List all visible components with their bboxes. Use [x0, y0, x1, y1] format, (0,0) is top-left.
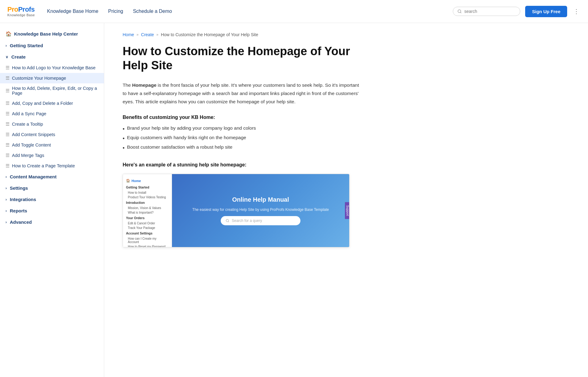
home-icon: 🏠: [6, 31, 12, 37]
article-intro: The Homepage is the front fascia of your…: [123, 81, 362, 106]
bullet-icon: •: [123, 144, 124, 152]
breadcrumb-sep-2: »: [156, 32, 158, 37]
preview-section-4: Account Settings: [123, 230, 172, 236]
header: ProProfs Knowledge Base Knowledge Base H…: [0, 0, 588, 23]
header-right: Sign Up Free ⋮: [453, 6, 581, 17]
preview-sidebar: 🏠 Home Getting Started How to Install Pr…: [123, 174, 172, 247]
benefit-item-2: • Equip customers with handy links right…: [123, 134, 362, 143]
chevron-right-icon: ›: [6, 175, 7, 179]
benefits-list: • Brand your help site by adding your co…: [123, 124, 362, 153]
sidebar-item-create-page-template[interactable]: ☰ How to Create a Page Template: [0, 161, 104, 171]
article-title: How to Customize the Homepage of Your He…: [123, 44, 362, 72]
preview-sub-5: Edit & Cancel Order: [123, 221, 172, 226]
sidebar-item-content-management[interactable]: › Content Management: [0, 171, 104, 182]
sidebar-item-getting-started[interactable]: › Getting Started: [0, 40, 104, 51]
preview-home-icon: 🏠: [126, 179, 130, 183]
page-icon: ☰: [6, 153, 10, 158]
header-left: ProProfs Knowledge Base Knowledge Base H…: [7, 6, 172, 17]
preview-section-3: Your Orders: [123, 215, 172, 221]
chevron-right-icon: ›: [6, 197, 7, 202]
nav-demo[interactable]: Schedule a Demo: [133, 9, 172, 14]
breadcrumb: Home » Create » How to Customize the Hom…: [123, 32, 362, 37]
preview-main-subtitle: The easiest way for creating Help Site b…: [192, 208, 329, 212]
example-heading: Here's an example of a stunning help sit…: [123, 162, 362, 168]
page-icon: ☰: [6, 101, 10, 106]
preview-home: 🏠 Home: [123, 177, 172, 184]
sidebar-item-add-delete-expire[interactable]: ☰ How to Add, Delete, Expire, Edit, or C…: [0, 83, 104, 98]
sidebar-item-create[interactable]: ∨ Create: [0, 51, 104, 63]
page-icon: ☰: [6, 142, 10, 148]
breadcrumb-current: How to Customize the Homepage of Your He…: [161, 32, 258, 37]
page-icon: ☰: [6, 121, 10, 127]
signup-button[interactable]: Sign Up Free: [525, 6, 567, 17]
preview-section-2: Introduction: [123, 200, 172, 206]
preview-search-bar: Search for a query: [221, 216, 300, 225]
svg-line-1: [460, 12, 461, 13]
breadcrumb-create[interactable]: Create: [141, 32, 154, 37]
preview-main-title: Online Help Manual: [232, 196, 289, 203]
sidebar-item-reports[interactable]: › Reports: [0, 205, 104, 216]
preview-sub-1: How to Install: [123, 190, 172, 195]
homepage-bold: Homepage: [132, 82, 156, 88]
sidebar-item-add-content-snippets[interactable]: ☰ Add Content Snippets: [0, 129, 104, 140]
page-icon: ☰: [6, 163, 10, 169]
page-icon: ☰: [6, 75, 10, 81]
preview-sub-2: Product Tour Videos Testing: [123, 195, 172, 200]
chevron-right-icon: ›: [6, 186, 7, 190]
chevron-right-icon: ›: [6, 220, 7, 224]
svg-line-3: [228, 221, 229, 222]
more-options-icon[interactable]: ⋮: [572, 6, 581, 16]
screenshot-preview: 🏠 Home Getting Started How to Install Pr…: [123, 174, 349, 247]
main-nav: Knowledge Base Home Pricing Schedule a D…: [47, 9, 172, 14]
breadcrumb-home[interactable]: Home: [123, 32, 134, 37]
chevron-right-icon: ›: [6, 209, 7, 213]
sidebar-item-integrations[interactable]: › Integrations: [0, 194, 104, 205]
search-box[interactable]: [453, 7, 520, 16]
sidebar-item-customize-homepage[interactable]: ☰ Customize Your Homepage: [0, 73, 104, 83]
preview-main: Online Help Manual The easiest way for c…: [172, 174, 349, 247]
preview-sub-8: How to Reset my Password: [123, 244, 172, 247]
page-icon: ☰: [6, 65, 10, 70]
page-icon: ☰: [6, 88, 10, 93]
search-input[interactable]: [464, 9, 516, 14]
sidebar: 🏠 Knowledge Base Help Center › Getting S…: [0, 23, 104, 377]
preview-sub-3: Mission, Vision & Values: [123, 206, 172, 210]
benefit-item-1: • Brand your help site by adding your co…: [123, 124, 362, 134]
layout: 🏠 Knowledge Base Help Center › Getting S…: [0, 23, 588, 377]
sidebar-item-add-logo[interactable]: ☰ How to Add Logo to Your Knowledge Base: [0, 63, 104, 73]
nav-pricing[interactable]: Pricing: [108, 9, 123, 14]
logo[interactable]: ProProfs Knowledge Base: [7, 6, 35, 17]
sidebar-item-advanced[interactable]: › Advanced: [0, 216, 104, 228]
page-icon: ☰: [6, 111, 10, 116]
preview-section-1: Getting Started: [123, 184, 172, 190]
svg-point-2: [226, 219, 229, 222]
preview-sub-4: What is Important?: [123, 210, 172, 215]
page-icon: ☰: [6, 132, 10, 137]
breadcrumb-sep-1: »: [136, 32, 139, 37]
logo-top: ProProfs: [7, 6, 35, 13]
chevron-right-icon: ›: [6, 44, 7, 48]
benefits-heading: Benefits of customizing your KB Home:: [123, 115, 362, 120]
bullet-icon: •: [123, 135, 124, 143]
preview-search-text: Search for a query: [232, 219, 262, 223]
sidebar-item-settings[interactable]: › Settings: [0, 182, 104, 194]
preview-search-icon: [226, 219, 229, 223]
logo-bottom: Knowledge Base: [7, 13, 35, 17]
preview-sub-7: How can I Create my Account: [123, 236, 172, 244]
sidebar-item-create-tooltip[interactable]: ☰ Create a Tooltip: [0, 119, 104, 129]
sidebar-item-add-sync-page[interactable]: ☰ Add a Sync Page: [0, 109, 104, 119]
chevron-down-icon: ∨: [6, 55, 8, 59]
sidebar-item-add-merge-tags[interactable]: ☰ Add Merge Tags: [0, 150, 104, 161]
benefit-item-3: • Boost customer satisfaction with a rob…: [123, 143, 362, 153]
preview-support-tab: Support: [345, 202, 349, 219]
bullet-icon: •: [123, 125, 124, 133]
main-content: Home » Create » How to Customize the Hom…: [104, 23, 380, 377]
preview-sub-6: Track Your Package: [123, 226, 172, 230]
search-icon: [457, 9, 462, 13]
sidebar-item-kb-help-center[interactable]: 🏠 Knowledge Base Help Center: [0, 28, 104, 40]
sidebar-item-add-toggle-content[interactable]: ☰ Add Toggle Content: [0, 140, 104, 150]
sidebar-item-add-copy-delete-folder[interactable]: ☰ Add, Copy and Delete a Folder: [0, 98, 104, 109]
nav-kb-home[interactable]: Knowledge Base Home: [47, 9, 98, 14]
